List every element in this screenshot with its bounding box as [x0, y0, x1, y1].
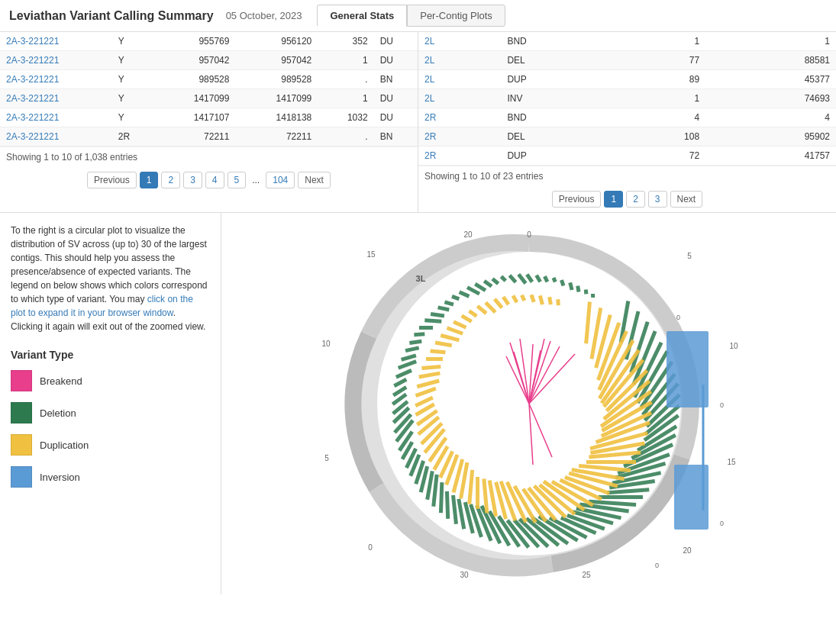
left-next-button[interactable]: Next	[298, 172, 331, 188]
cell-count: 89	[610, 70, 705, 89]
left-page-2[interactable]: 2	[161, 172, 180, 188]
right-page-3[interactable]: 3	[648, 191, 667, 208]
table-row: 2A-3-221221 Y 955769 956120 352 DU	[0, 32, 418, 51]
table-row: 2R DEL 108 95902	[418, 127, 836, 147]
bottom-section: To the right is a circular plot to visua…	[0, 213, 836, 594]
legend-breakend: Breakend	[11, 370, 210, 391]
cell-svtype: DUP	[501, 70, 610, 89]
cell-length: 1	[705, 32, 836, 51]
cell-end: 1417099	[235, 89, 318, 108]
left-ellipsis: ...	[249, 172, 263, 188]
right-page-1[interactable]: 1	[604, 191, 623, 208]
svg-text:0: 0	[720, 401, 724, 409]
header-date: 05 October, 2023	[226, 10, 302, 21]
cell-length: 95902	[705, 127, 836, 147]
right-prev-button[interactable]: Previous	[552, 191, 602, 208]
duplication-swatch	[11, 434, 32, 456]
left-page-104[interactable]: 104	[266, 172, 295, 188]
legend-title: Variant Type	[11, 349, 210, 361]
svg-rect-22	[599, 495, 643, 499]
cell-size: .	[318, 127, 373, 147]
left-prev-button[interactable]: Previous	[87, 172, 137, 188]
cell-type: DU	[374, 89, 418, 108]
right-pagination: Previous 1 2 3 Next	[418, 186, 836, 212]
svg-text:0: 0	[527, 230, 531, 239]
tab-bar: General Stats Per-Contig Plots	[317, 5, 505, 27]
table-row: 2A-3-221221 Y 957042 957042 1 DU	[0, 51, 418, 70]
svg-text:15: 15	[366, 250, 376, 259]
cell-svtype: INV	[501, 89, 610, 108]
duplication-label: Duplication	[40, 440, 89, 451]
cell-start: 1417107	[153, 108, 236, 127]
cell-chrom: Y	[112, 89, 153, 108]
cell-count: 77	[610, 51, 705, 70]
right-page-2[interactable]: 2	[626, 191, 645, 208]
left-page-1[interactable]: 1	[140, 172, 159, 188]
cell-chrom: 2L	[418, 70, 501, 89]
circular-plot-svg[interactable]: 0 5 10 15 20 25 30 0 5 10 15 20 3L 0 0 0…	[308, 221, 750, 587]
cell-length: 74693	[705, 89, 836, 108]
table-row: 2L DUP 89 45377	[418, 70, 836, 89]
svg-rect-107	[586, 460, 636, 464]
cell-start: 957042	[153, 51, 236, 70]
cell-sample: 2A-3-221221	[0, 70, 112, 89]
table-row: 2A-3-221221 Y 1417107 1418138 1032 DU	[0, 108, 418, 127]
right-next-button[interactable]: Next	[670, 191, 703, 208]
left-page-3[interactable]: 3	[183, 172, 202, 188]
table-row: 2R DUP 72 41757	[418, 147, 836, 166]
svg-text:15: 15	[727, 458, 736, 466]
svg-text:5: 5	[687, 252, 692, 260]
breakend-label: Breakend	[40, 375, 82, 387]
cell-chrom: 2R	[418, 108, 501, 127]
cell-length: 88581	[705, 51, 836, 70]
cell-chrom: Y	[112, 70, 153, 89]
inversion-label: Inversion	[40, 472, 80, 483]
cell-type: DU	[374, 32, 418, 51]
cell-type: DU	[374, 51, 418, 70]
tab-per-contig-plots[interactable]: Per-Contig Plots	[407, 5, 505, 27]
legend-inversion: Inversion	[11, 466, 210, 488]
table-row: 2A-3-221221 2R 72211 72211 . BN	[0, 127, 418, 147]
cell-end: 72211	[235, 127, 318, 147]
cell-sample: 2A-3-221221	[0, 108, 112, 127]
deletion-label: Deletion	[40, 407, 76, 419]
circular-plot-panel[interactable]: 0 5 10 15 20 25 30 0 5 10 15 20 3L 0 0 0…	[221, 213, 836, 594]
svg-text:5: 5	[324, 454, 329, 462]
svg-text:0: 0	[676, 314, 680, 321]
left-page-5[interactable]: 5	[228, 172, 247, 188]
table-row: 2L INV 1 74693	[418, 89, 836, 108]
svg-text:0: 0	[720, 520, 724, 527]
cell-chrom: 2R	[418, 127, 501, 147]
cell-length: 41757	[705, 147, 836, 166]
legend-panel: To the right is a circular plot to visua…	[0, 213, 221, 594]
left-pagination: Previous 1 2 3 4 5 ... 104 Next	[0, 167, 418, 193]
svg-rect-88	[583, 289, 588, 294]
svg-text:3L: 3L	[415, 274, 425, 283]
cell-chrom: 2L	[418, 89, 501, 108]
svg-rect-160	[556, 299, 560, 305]
left-page-4[interactable]: 4	[205, 172, 224, 188]
table-row: 2L DEL 77 88581	[418, 51, 836, 70]
svg-rect-143	[426, 357, 443, 361]
cell-count: 1	[610, 89, 705, 108]
cell-chrom: 2R	[112, 127, 153, 147]
left-table: 2A-3-221221 Y 955769 956120 352 DU 2A-3-…	[0, 32, 418, 147]
cell-svtype: DEL	[501, 51, 610, 70]
cell-sample: 2A-3-221221	[0, 89, 112, 108]
cell-chrom: Y	[112, 32, 153, 51]
breakend-swatch	[11, 370, 32, 391]
cell-chrom: Y	[112, 108, 153, 127]
svg-rect-89	[591, 294, 595, 298]
cell-start: 989528	[153, 70, 236, 89]
cell-size: 1	[318, 51, 373, 70]
table-row: 2A-3-221221 Y 989528 989528 . BN	[0, 70, 418, 89]
svg-text:0: 0	[368, 543, 373, 552]
cell-count: 108	[610, 127, 705, 147]
cell-length: 45377	[705, 70, 836, 89]
cell-sample: 2A-3-221221	[0, 32, 112, 51]
tab-general-stats[interactable]: General Stats	[317, 5, 407, 27]
cell-end: 1418138	[235, 108, 318, 127]
cell-end: 989528	[235, 70, 318, 89]
tables-section: 2A-3-221221 Y 955769 956120 352 DU 2A-3-…	[0, 32, 836, 213]
table-row: 2R BND 4 4	[418, 108, 836, 127]
